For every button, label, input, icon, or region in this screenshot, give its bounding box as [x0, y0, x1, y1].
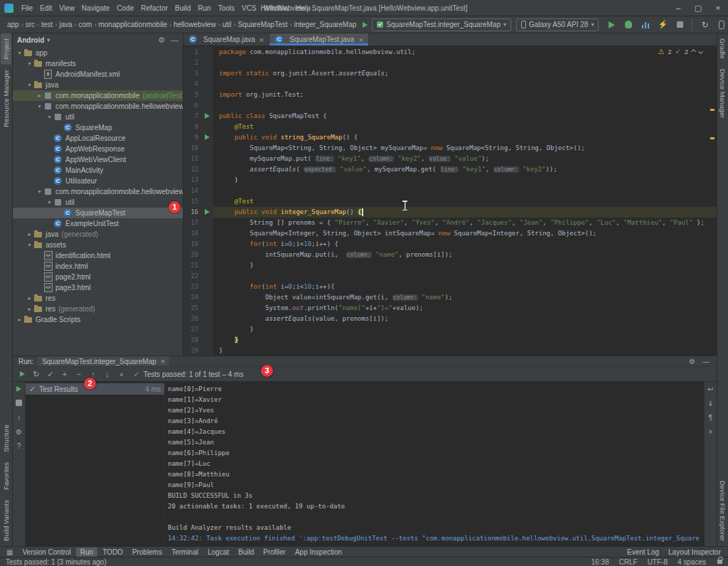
toolwindow-button-build[interactable]: Build: [234, 548, 258, 557]
show-passed-toggle[interactable]: ✓: [44, 368, 57, 380]
menu-run[interactable]: Run: [194, 3, 214, 14]
code-line-5[interactable]: 5import org.junit.Test;: [183, 90, 717, 100]
tree-arrow-icon[interactable]: ▾: [36, 103, 43, 110]
tool-button-build-variants[interactable]: Build Variants: [1, 495, 11, 546]
menu-tools[interactable]: Tools: [215, 3, 238, 14]
code-line-20[interactable]: 20 intSquareMap.put(i, column: "name", p…: [183, 250, 717, 260]
tree-arrow-icon[interactable]: ▾: [26, 60, 33, 67]
tree-arrow-icon[interactable]: ▾: [26, 82, 33, 88]
status-item-4-spaces[interactable]: 4 spaces: [678, 558, 706, 566]
tree-arrow-icon[interactable]: ▸: [16, 316, 23, 323]
collapse-all-button[interactable]: −: [73, 368, 85, 380]
status-item-16-38[interactable]: 16:38: [591, 558, 609, 566]
tree-item-applocalresource[interactable]: AppLocalResource: [13, 133, 183, 144]
toolwindow-button-app-inspection[interactable]: App Inspection: [291, 548, 346, 557]
close-tab-icon[interactable]: ×: [358, 36, 363, 44]
minimize-button[interactable]: –: [668, 0, 688, 16]
menu-edit[interactable]: Edit: [36, 3, 55, 14]
tree-item-squaremaptest[interactable]: SquareMapTest: [13, 208, 183, 218]
debug-button[interactable]: [621, 18, 636, 32]
hide-panel-icon[interactable]: —: [171, 36, 178, 45]
tree-item-squaremap[interactable]: SquareMap: [13, 122, 183, 133]
tree-item-com-monapplicationmobile-hellowebview-test[interactable]: ▾com.monapplicationmobile.hellowebview(t…: [13, 186, 183, 197]
status-item-crlf[interactable]: CRLF: [619, 558, 638, 566]
tree-item-com-monapplicationmobile-androidtest[interactable]: ▸com.monapplicationmobile(androidTest): [13, 90, 183, 101]
run-config-select[interactable]: SquareMapTest.integer_SquareMap ▾: [372, 18, 511, 31]
code-line-28[interactable]: 28 }: [183, 335, 717, 346]
tree-arrow-icon[interactable]: ▸: [26, 306, 33, 312]
run-tab[interactable]: SquareMapTest.integer_SquareMap ×: [38, 356, 169, 366]
settings-icon[interactable]: ⚙: [16, 428, 22, 436]
code-line-13[interactable]: 13 }: [183, 175, 717, 186]
tree-arrow-icon[interactable]: ▾: [46, 114, 53, 120]
tree-item-mainactivity[interactable]: MainActivity: [13, 165, 183, 176]
menu-view[interactable]: View: [55, 3, 78, 14]
toolwindow-button-logcat[interactable]: Logcat: [203, 548, 233, 557]
code-line-24[interactable]: 24 Object value=intSquareMap.get(i, colu…: [183, 292, 717, 303]
breadcrumb-item-monapplicationmobile[interactable]: monapplicationmobile: [97, 21, 168, 28]
code-line-23[interactable]: 23 for(int i=0;i<10;i++){: [183, 282, 717, 292]
clear-console-button[interactable]: ×: [709, 428, 713, 436]
code-line-7[interactable]: 7public class SquareMapTest {: [183, 111, 717, 122]
tree-item-appwebresponse[interactable]: AppWebResponse: [13, 144, 183, 154]
run-button[interactable]: [604, 18, 619, 32]
settings-icon[interactable]: ⚙: [689, 358, 695, 365]
tree-item-identification-html[interactable]: identification.html: [13, 250, 183, 261]
code-line-16[interactable]: 16 public void integer_SquareMap() {: [183, 207, 717, 218]
run-test-icon[interactable]: [202, 132, 213, 143]
breadcrumb-item-integer-squaremap[interactable]: integer_SquareMap: [292, 21, 358, 28]
breadcrumb-item-src[interactable]: src: [24, 21, 36, 28]
restore-layout-button[interactable]: ↕: [17, 414, 21, 422]
code-line-8[interactable]: 8 @Test: [183, 122, 717, 132]
tree-item-assets[interactable]: ▾assets: [13, 240, 183, 250]
run-context-icon[interactable]: [363, 22, 368, 28]
tree-item-com-monapplicationmobile-hellowebview[interactable]: ▾com.monapplicationmobile.hellowebview: [13, 101, 183, 112]
breadcrumb-item-squaremaptest[interactable]: SquareMapTest: [236, 21, 289, 28]
run-test-icon[interactable]: [202, 207, 213, 218]
toolwindow-button-problems[interactable]: Problems: [128, 548, 166, 557]
toolwindow-button-run[interactable]: Run: [76, 548, 97, 557]
tree-item-manifests[interactable]: ▾manifests: [13, 58, 183, 69]
settings-icon[interactable]: ⚙: [158, 36, 165, 45]
menu-build[interactable]: Build: [171, 3, 194, 14]
tree-item-utilisateur[interactable]: Utilisateur: [13, 176, 183, 186]
tree-arrow-icon[interactable]: ▸: [26, 295, 33, 301]
toolwindow-button-layout-inspector[interactable]: Layout Inspector: [664, 548, 725, 557]
code-line-19[interactable]: 19 for(int i=0;i<10;i++) {: [183, 239, 717, 250]
project-view-selector[interactable]: Android ▾: [17, 36, 50, 44]
maximize-button[interactable]: ▢: [688, 0, 708, 16]
rerun-button[interactable]: [16, 368, 28, 380]
warning-stripe-mark[interactable]: [710, 137, 714, 139]
tree-item-exampleunittest[interactable]: ExampleUnitTest: [13, 218, 183, 229]
breadcrumb-item-java[interactable]: java: [58, 21, 73, 28]
prev-issue-button[interactable]: [691, 49, 696, 54]
tree-item-app[interactable]: ▾app: [13, 48, 183, 58]
breadcrumb-item-test[interactable]: test: [40, 21, 54, 28]
tree-arrow-icon[interactable]: ▾: [46, 199, 53, 205]
breadcrumb-item-util[interactable]: util: [221, 21, 233, 28]
code-line-14[interactable]: 14: [183, 186, 717, 196]
tool-button-structure[interactable]: Structure: [1, 420, 11, 457]
rerun-button[interactable]: [16, 385, 21, 393]
tree-item-gradle-scripts[interactable]: ▸Gradle Scripts: [13, 314, 183, 325]
editor[interactable]: 1package com.monapplicationmobile.hellow…: [183, 46, 717, 356]
editor-tab-squaremap-java[interactable]: SquareMap.java×: [183, 33, 269, 46]
stop-button[interactable]: [16, 400, 22, 407]
tree-arrow-icon[interactable]: ▸: [36, 92, 43, 99]
toolwindow-switcher-icon[interactable]: ▦: [3, 548, 16, 556]
tree-arrow-icon[interactable]: ▾: [16, 50, 23, 56]
tree-item-page3-html[interactable]: page3.html: [13, 282, 183, 293]
tree-arrow-icon[interactable]: ▸: [26, 231, 33, 237]
tool-button-gradle[interactable]: Gradle: [717, 33, 728, 64]
tool-button-device-file-explorer[interactable]: Device File Explorer: [717, 476, 728, 546]
menu-refactor[interactable]: Refactor: [137, 3, 171, 14]
device-manager-button[interactable]: [714, 18, 728, 32]
close-tab-icon[interactable]: ×: [259, 36, 264, 44]
apply-changes-button[interactable]: ⚡: [655, 18, 670, 32]
tool-button-favorites[interactable]: Favorites: [1, 457, 11, 495]
tree-item-util[interactable]: ▾util: [13, 197, 183, 208]
code-line-1[interactable]: 1package com.monapplicationmobile.hellow…: [183, 47, 717, 58]
code-line-9[interactable]: 9 public void string_SquareMap() {: [183, 132, 717, 143]
code-line-29[interactable]: 29}: [183, 346, 717, 356]
soft-wrap-button[interactable]: ↩: [707, 385, 713, 393]
